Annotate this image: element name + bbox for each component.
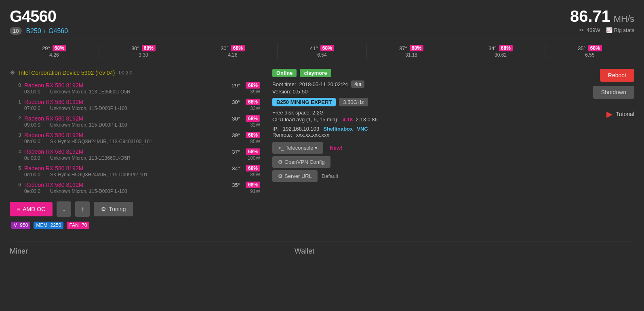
v-label: V [14, 222, 17, 228]
fan-badge: FAN 70 [67, 222, 89, 229]
hashrate-unit: MH/s [614, 14, 634, 24]
intel-device-row: ✳ Intel Corporation Device 5902 (rev 04)… [10, 69, 260, 76]
mem-badge: MEM 2250 [34, 222, 63, 229]
amd-oc-label: AMD OC [23, 206, 45, 212]
bottom-buttons: ≡ AMD OC ↓ ↑ ⚙ Tuning [10, 201, 260, 217]
gpu-stat-fan-1: 68% [142, 45, 156, 51]
gpu-watt: 39W [250, 89, 260, 95]
gpu-detail: SK Hynix H5GQ8H24MJR, 113-C9403100_101 [50, 139, 247, 144]
version-text: Version: 0.5-50 [272, 89, 307, 95]
list-item: 5 Radeon RX 580 8192M 34° 68% 0d:00.0 SK… [10, 165, 260, 178]
gpu-stat-fan-5: 68% [499, 45, 513, 51]
gpu-stat-1: 30° 68% 3.30 [99, 44, 188, 59]
gpu-stat-temp-5: 34° [488, 45, 497, 51]
gpu-stat-fan-6: 68% [588, 45, 602, 51]
server-url-button[interactable]: ⚙ Server URL [272, 170, 318, 182]
gpu-stat-2: 30° 68% 4.26 [188, 44, 278, 59]
gpu-pci-time: 0b:00.0 [24, 139, 47, 144]
vnc-link[interactable]: VNC [357, 126, 368, 132]
shutdown-button[interactable]: Shutdown [593, 86, 634, 99]
gpu-pci-time: 09:00.0 [24, 122, 47, 128]
boot-label: Boot time: [272, 81, 296, 87]
gpu-fan-badge: 68% [246, 165, 260, 171]
rig-id-badge: 10 [10, 27, 22, 35]
gpu-watt: 100W [248, 155, 260, 161]
gpu-stat-mh-0: 4.26 [13, 52, 95, 58]
rig-stats-link[interactable]: Rig stats [614, 27, 634, 33]
intel-device-time: 00:2.0 [119, 70, 132, 76]
gpu-temp: 30° [225, 116, 240, 122]
upload-button[interactable]: ↑ [75, 201, 90, 217]
gpu-watt: 32W [250, 122, 260, 128]
cpu-badge: 3.50GHz [339, 98, 368, 106]
download-button[interactable]: ↓ [57, 201, 71, 217]
status-row: Online claymore [272, 69, 578, 77]
cpu-load-high: 4.18 [343, 116, 353, 123]
gpu-detail: Unknown Micron, 115-D000PIL-100 [50, 106, 247, 111]
status-miner-badge: claymore [300, 69, 331, 77]
version-line: Version: 0.5-50 [272, 89, 578, 95]
gpu-stat-6: 35° 68% 6.55 [545, 44, 634, 59]
terminal-icon: >_ [278, 145, 284, 151]
gpu-name[interactable]: Radeon RX 580 8192M [24, 182, 222, 188]
gpu-name[interactable]: Radeon RX 580 8192M [24, 82, 222, 89]
gpu-index: 3 [10, 132, 21, 138]
teleconsole-button[interactable]: >_ Teleconsole ▾ [272, 142, 323, 154]
list-item: 0 Radeon RX 580 8192M 29° 68% 03:00.0 Un… [10, 82, 260, 95]
miner-section-label: Miner [10, 247, 28, 256]
tutorial-row: ▶ Tutorial [606, 109, 634, 119]
gpu-stat-temp-2: 30° [221, 45, 229, 51]
gpu-name[interactable]: Radeon RX 580 8192M [24, 165, 222, 171]
server-url-default: Default [322, 173, 338, 179]
list-item: 6 Radeon RX 580 8192M 35° 68% 0e:00.0 Un… [10, 182, 260, 194]
gpu-pci-time: 07:00.0 [24, 106, 47, 111]
right-side-actions: Reboot Shutdown ▶ Tutorial [578, 69, 634, 182]
gpu-stat-temp-4: 37° [399, 45, 407, 51]
gpu-detail: Unknown Micron, 115-D000PIL-100 [50, 122, 247, 128]
gpu-watt: 91W [250, 188, 260, 194]
right-info: Online claymore Boot time: 2018-05-11 20… [272, 69, 578, 182]
gpu-temp: 29° [225, 83, 240, 89]
power-icon: ✂ [579, 27, 584, 33]
tuning-button[interactable]: ⚙ Tuning [94, 202, 133, 216]
gpu-name[interactable]: Radeon RX 580 8192M [24, 132, 222, 138]
tuning-label: Tuning [109, 206, 126, 212]
list-item: 3 Radeon RX 580 8192M 39° 68% 0b:00.0 SK… [10, 132, 260, 144]
gpu-stat-temp-0: 29° [42, 45, 50, 51]
badges-row: V 950 MEM 2250 FAN 70 [10, 222, 260, 229]
rig-name-link[interactable]: B250 + G4560 [26, 28, 68, 35]
right-panel: Online claymore Boot time: 2018-05-11 20… [260, 69, 634, 229]
sliders-icon: ≡ [17, 206, 20, 212]
youtube-icon: ▶ [606, 109, 612, 119]
disk-space-line: Free disk space: 2.2G [272, 110, 578, 116]
gpu-stat-mh-6: 6.55 [549, 52, 631, 58]
chevron-down-icon: ▾ [315, 145, 318, 151]
gpu-name[interactable]: Radeon RX 580 8192M [24, 115, 222, 122]
gpu-stat-5: 34° 68% 30.62 [456, 44, 545, 59]
gpu-name[interactable]: Radeon RX 580 8192M [24, 99, 222, 105]
gpu-index: 2 [10, 116, 21, 121]
download-icon: ↓ [62, 205, 65, 212]
amd-oc-button[interactable]: ≡ AMD OC [10, 202, 53, 216]
gpu-stat-mh-3: 6.54 [281, 52, 363, 58]
gpu-stat-mh-2: 4.26 [192, 52, 274, 58]
gpu-stat-temp-1: 30° [131, 45, 139, 51]
board-badge: B250 MINING EXPERT [272, 98, 336, 106]
gear-icon: ⚙ [278, 159, 283, 165]
shellinabox-link[interactable]: Shellinabox [323, 126, 353, 132]
cpu-load-label: CPU load avg (1, 5, 15 min): [272, 116, 339, 123]
gpu-index: 4 [10, 149, 21, 154]
openvpn-label: OpenVPN Config [284, 159, 325, 165]
gpu-stat-fan-2: 68% [231, 45, 245, 51]
status-online-badge: Online [272, 69, 297, 77]
uptime-badge: 4m [351, 80, 364, 88]
gpu-index: 5 [10, 165, 21, 171]
openvpn-button[interactable]: ⚙ OpenVPN Config [272, 156, 330, 168]
reboot-button[interactable]: Reboot [600, 69, 634, 82]
chart-icon: 📈 [606, 27, 612, 33]
list-item: 4 Radeon RX 580 8192M 37° 68% 0c:00.0 Un… [10, 148, 260, 161]
gpu-name[interactable]: Radeon RX 580 8192M [24, 148, 222, 155]
boot-time-value: 2018-05-11 20:02:24 [299, 81, 348, 87]
gpu-stat-3: 41° 68% 6.54 [278, 44, 367, 59]
tutorial-link[interactable]: Tutorial [616, 111, 634, 117]
